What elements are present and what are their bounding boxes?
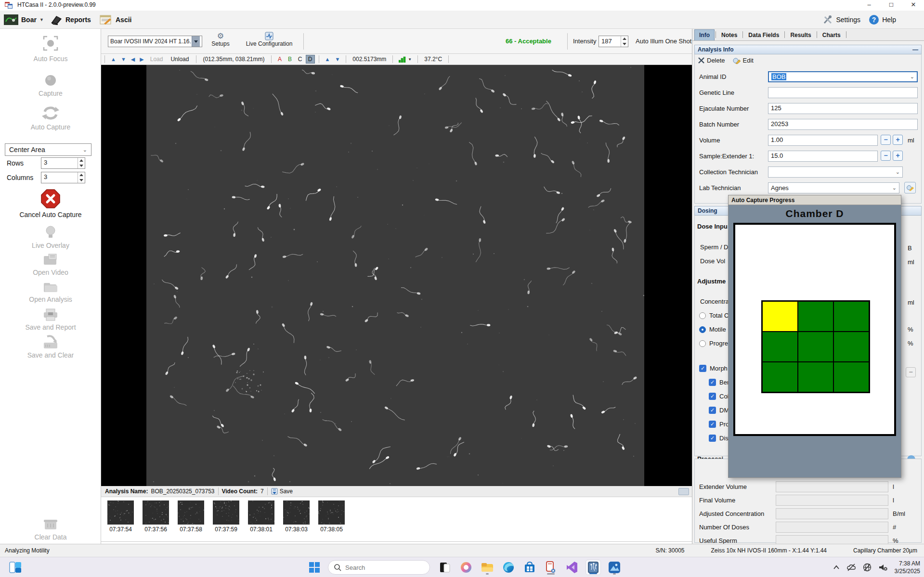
cancel-auto-capture-button[interactable]: Cancel Auto Capture [0, 189, 101, 218]
radio-progre[interactable]: Progre [699, 340, 728, 347]
microscope-image[interactable] [146, 65, 644, 486]
video-thumbnail[interactable]: 07:37:59 [213, 500, 239, 533]
tab-data-fields[interactable]: Data Fields [744, 30, 783, 40]
thumbnail-image[interactable] [107, 500, 134, 525]
menu-help[interactable]: ? Help [869, 12, 896, 27]
chamber-button-a[interactable]: A [275, 55, 285, 64]
morph-checkbox-row[interactable]: ✓ Morph [699, 365, 728, 372]
filmstrip-scrollbar[interactable] [678, 488, 689, 495]
menu-settings[interactable]: Settings [822, 12, 860, 27]
tab-info[interactable]: Info [694, 29, 715, 40]
volume-input[interactable]: 1.00 [768, 135, 878, 146]
video-thumbnail[interactable]: 07:38:05 [318, 500, 345, 533]
video-thumbnail[interactable]: 07:38:03 [283, 500, 310, 533]
rows-stepper[interactable]: 3 [41, 157, 85, 169]
video-thumbnail[interactable]: 07:37:58 [178, 500, 204, 533]
snipping-tool-icon[interactable] [543, 560, 559, 575]
stage-left-button[interactable]: ◀ [131, 56, 135, 63]
genetic-line-input[interactable] [768, 87, 918, 98]
chamber-button-b[interactable]: B [286, 55, 295, 64]
video-thumbnail[interactable]: 07:38:01 [248, 500, 274, 533]
visual-studio-icon[interactable] [564, 560, 580, 575]
video-thumbnail[interactable]: 07:37:54 [107, 500, 134, 533]
auto-capture-button[interactable]: Auto Capture [0, 105, 101, 131]
unload-button[interactable]: Unload [170, 56, 189, 63]
focus-down-button[interactable]: ▼ [335, 56, 340, 62]
collection-technician-combo[interactable]: ⌄ [768, 167, 903, 178]
radio-motile[interactable]: Motile [699, 326, 726, 333]
chamber-button-d[interactable]: D [306, 55, 315, 64]
menu-boar[interactable]: Boar ▼ [4, 12, 44, 27]
lab-technician-edit-button[interactable] [904, 182, 916, 193]
volume-plus-button[interactable]: + [893, 135, 903, 145]
radio-total-c[interactable]: Total C [699, 312, 729, 319]
taskbar-search[interactable] [328, 560, 430, 575]
animal-id-combo[interactable]: BOB ⌄ [768, 71, 918, 82]
no-internet-icon[interactable] [863, 563, 872, 572]
minimize-button[interactable]: – [859, 0, 880, 11]
live-configuration-button[interactable]: Live Configuration [241, 32, 298, 47]
clear-data-button[interactable]: Clear Data [0, 518, 101, 541]
rows-spin-arrows[interactable] [78, 158, 85, 168]
delete-button[interactable]: Delete [698, 57, 725, 64]
thumbnail-image[interactable] [143, 500, 169, 525]
sample-extender-minus-button[interactable]: − [881, 151, 891, 161]
focus-up-button[interactable]: ▲ [325, 56, 330, 62]
thumbnail-image[interactable] [248, 500, 274, 525]
tray-chevron-icon[interactable] [833, 565, 840, 570]
widgets-icon[interactable] [8, 560, 23, 575]
maximize-button[interactable]: ☐ [881, 0, 902, 11]
tab-notes[interactable]: Notes [717, 30, 742, 40]
menu-ascii[interactable]: Ascii [99, 12, 131, 27]
collapse-icon[interactable]: — [912, 46, 918, 53]
ejaculate-number-input[interactable]: 125 [768, 103, 918, 114]
open-video-button[interactable]: Open Video [0, 253, 101, 276]
menu-reports[interactable]: Reports [50, 12, 91, 27]
microscope-viewer[interactable] [101, 65, 692, 486]
task-view-icon[interactable] [437, 560, 453, 575]
save-button[interactable]: Save [271, 488, 293, 495]
thumbnail-image[interactable] [318, 500, 345, 525]
onedrive-paused-icon[interactable] [846, 564, 856, 571]
close-button[interactable]: ✕ [903, 0, 924, 11]
save-and-report-button[interactable]: Save and Report [0, 308, 101, 331]
start-button[interactable] [307, 560, 322, 575]
analysis-info-header[interactable]: Analysis Info — [694, 45, 922, 54]
tab-results[interactable]: Results [786, 30, 815, 40]
file-explorer-icon[interactable] [480, 560, 495, 575]
save-and-clear-button[interactable]: Save and Clear [0, 335, 101, 359]
columns-spin-arrows[interactable] [78, 172, 85, 183]
intensity-spin-arrows[interactable] [621, 36, 628, 47]
auto-focus-button[interactable]: Auto Focus [0, 34, 101, 63]
edge-icon[interactable] [501, 560, 516, 575]
preset-combo-button[interactable] [192, 36, 200, 47]
stage-right-button[interactable]: ▶ [140, 56, 143, 63]
microsoft-store-icon[interactable] [522, 560, 537, 575]
capture-button[interactable]: Capture [0, 73, 101, 97]
volume-minus-button[interactable]: − [881, 135, 891, 145]
photos-app-icon[interactable] [607, 560, 622, 575]
auto-illum-one-shot[interactable]: Auto Illum One Shot [636, 38, 691, 45]
stage-up-button[interactable]: ▲ [111, 56, 116, 62]
edit-button[interactable]: Edit [733, 57, 754, 64]
chamber-button-c[interactable]: C [296, 55, 305, 64]
video-thumbnail[interactable]: 07:37:56 [143, 500, 169, 533]
tab-charts[interactable]: Charts [818, 30, 845, 40]
auto-capture-progress-window[interactable]: Auto Capture Progress Chamber D [728, 195, 901, 478]
taskbar-clock[interactable]: 7:38 AM 3/25/2025 [895, 560, 920, 575]
thumbnail-image[interactable] [283, 500, 310, 525]
thumbnail-image[interactable] [213, 500, 239, 525]
open-analysis-button[interactable]: Open Analysis [0, 281, 101, 303]
speaker-muted-icon[interactable] [878, 564, 888, 571]
thumbnail-image[interactable] [178, 500, 204, 525]
columns-stepper[interactable]: 3 [41, 172, 85, 183]
popup-title-bar[interactable]: Auto Capture Progress [729, 195, 901, 205]
intensity-stepper[interactable]: 187 [599, 36, 628, 47]
batch-number-input[interactable]: 20253 [768, 119, 918, 130]
sample-extender-input[interactable]: 15.0 [768, 151, 878, 162]
search-input[interactable] [345, 564, 413, 571]
setups-button[interactable]: ⚙ Setups [208, 32, 233, 47]
sample-extender-plus-button[interactable]: + [893, 151, 903, 161]
stage-down-button[interactable]: ▼ [121, 56, 126, 62]
preset-combo[interactable]: Boar IVOSII IMV 2024 HT 1.16. [108, 36, 202, 47]
